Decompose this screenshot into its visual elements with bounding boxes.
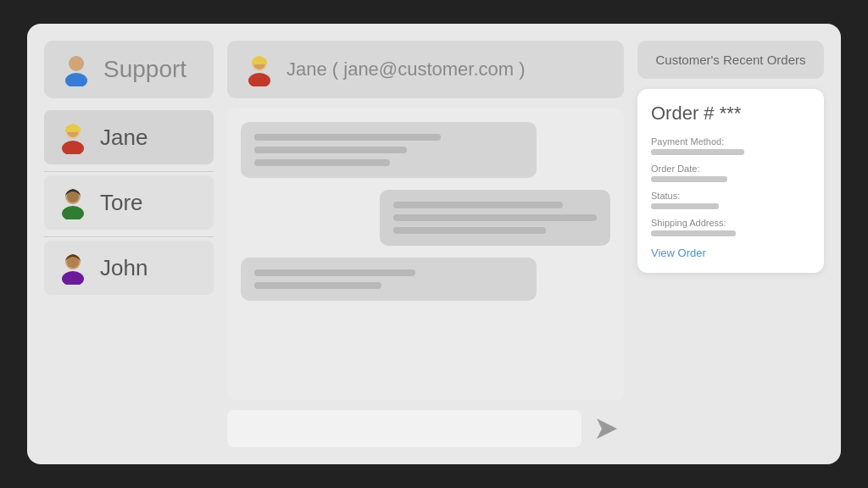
message-bubble-2 [380, 190, 610, 246]
chat-messages [227, 108, 624, 400]
msg2-line2 [393, 214, 597, 221]
svg-point-4 [62, 141, 84, 154]
msg3-line2 [254, 282, 381, 289]
payment-method-field: Payment Method: [651, 136, 810, 155]
right-panel: Customer's Recent Orders Order # *** Pay… [637, 41, 824, 447]
payment-method-value [651, 149, 744, 155]
recent-orders-header: Customer's Recent Orders [637, 41, 824, 79]
sidebar-item-jane[interactable]: Jane [44, 110, 214, 164]
svg-point-2 [70, 58, 82, 69]
msg3-line1 [254, 269, 415, 276]
chat-input[interactable] [227, 410, 581, 447]
chat-customer-avatar [242, 53, 276, 86]
sidebar: Support Jane [44, 41, 214, 447]
order-date-field: Order Date: [651, 164, 810, 182]
sidebar-title: Support [103, 56, 186, 83]
send-icon [593, 415, 620, 442]
order-date-label: Order Date: [651, 164, 810, 174]
send-button[interactable] [590, 412, 624, 446]
svg-marker-15 [597, 419, 617, 439]
svg-point-7 [62, 206, 84, 219]
status-value [651, 203, 719, 209]
chat-header: Jane ( jane@customer.com ) [227, 41, 624, 98]
chat-panel: Jane ( jane@customer.com ) [227, 41, 624, 447]
app-container: Support Jane [27, 24, 841, 464]
status-field: Status: [651, 191, 810, 209]
support-avatar [59, 53, 93, 86]
sidebar-header: Support [44, 41, 214, 98]
svg-point-13 [248, 73, 270, 86]
svg-point-1 [65, 73, 87, 86]
shipping-address-field: Shipping Address: [651, 218, 810, 236]
payment-method-label: Payment Method: [651, 136, 810, 147]
shipping-address-label: Shipping Address: [651, 218, 810, 228]
message-bubble-3 [241, 258, 537, 301]
shipping-address-value [651, 230, 736, 236]
view-order-link[interactable]: View Order [651, 247, 810, 259]
sidebar-item-tore[interactable]: Tore [44, 175, 214, 230]
msg1-line2 [254, 147, 407, 153]
tore-avatar [56, 186, 90, 219]
chat-input-row [227, 410, 624, 447]
sidebar-john-label: John [100, 255, 147, 281]
order-card: Order # *** Payment Method: Order Date: … [637, 89, 824, 273]
divider-1 [44, 171, 214, 172]
order-date-value [651, 176, 727, 182]
jane-avatar [56, 120, 90, 154]
msg2-line1 [393, 202, 563, 208]
message-bubble-1 [241, 122, 537, 178]
msg1-line1 [254, 134, 441, 141]
sidebar-jane-label: Jane [100, 125, 147, 151]
svg-point-10 [62, 271, 84, 285]
divider-2 [44, 236, 214, 237]
order-number: Order # *** [651, 103, 810, 125]
john-avatar [56, 251, 90, 285]
msg2-line3 [393, 227, 546, 234]
msg1-line3 [254, 159, 390, 166]
chat-header-title: Jane ( jane@customer.com ) [287, 58, 526, 80]
status-label: Status: [651, 191, 810, 201]
sidebar-tore-label: Tore [100, 190, 143, 216]
sidebar-item-john[interactable]: John [44, 241, 214, 295]
